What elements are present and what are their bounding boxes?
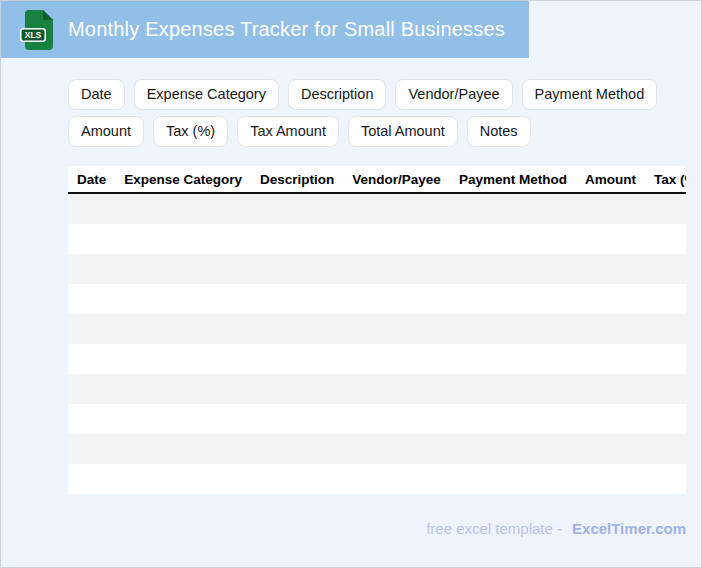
column-chip-expense-category[interactable]: Expense Category: [134, 79, 279, 110]
table-row: [68, 404, 686, 434]
column-chip-tax[interactable]: Tax (%): [153, 116, 228, 147]
table-row: [68, 434, 686, 464]
template-preview-page: XLS Monthly Expenses Tracker for Small B…: [0, 0, 702, 568]
footer-text: free excel template -: [426, 520, 562, 537]
title-banner: XLS Monthly Expenses Tracker for Small B…: [1, 1, 529, 58]
table-row: [68, 314, 686, 344]
table-header-row: DateExpense CategoryDescriptionVendor/Pa…: [68, 166, 686, 194]
footer-brand-link[interactable]: ExcelTimer.com: [572, 520, 686, 537]
table-row: [68, 344, 686, 374]
column-chip-notes[interactable]: Notes: [467, 116, 531, 147]
table-row: [68, 224, 686, 254]
table-row: [68, 254, 686, 284]
table-row: [68, 374, 686, 404]
column-chip-tax-amount[interactable]: Tax Amount: [237, 116, 339, 147]
table-row: [68, 284, 686, 314]
table-header-date: Date: [77, 172, 106, 187]
table-row: [68, 194, 686, 224]
table-row: [68, 464, 686, 494]
table-header-description: Description: [260, 172, 334, 187]
column-chip-date[interactable]: Date: [68, 79, 125, 110]
column-chip-list: DateExpense CategoryDescriptionVendor/Pa…: [68, 79, 690, 147]
content-area: DateExpense CategoryDescriptionVendor/Pa…: [68, 58, 689, 537]
column-chip-amount[interactable]: Amount: [68, 116, 144, 147]
page-title: Monthly Expenses Tracker for Small Busin…: [68, 18, 505, 41]
column-chip-total-amount[interactable]: Total Amount: [348, 116, 458, 147]
footer: free excel template -ExcelTimer.com: [68, 520, 686, 537]
table-header-amount: Amount: [585, 172, 636, 187]
table-header-expense-category: Expense Category: [124, 172, 242, 187]
table-header-payment-method: Payment Method: [459, 172, 567, 187]
xls-file-icon: XLS: [20, 9, 54, 51]
table-body: [68, 194, 686, 494]
column-chip-description[interactable]: Description: [288, 79, 387, 110]
xls-icon-label: XLS: [25, 30, 42, 40]
column-chip-vendor-payee[interactable]: Vendor/Payee: [395, 79, 512, 110]
column-chip-payment-method[interactable]: Payment Method: [522, 79, 658, 110]
expenses-table: DateExpense CategoryDescriptionVendor/Pa…: [68, 166, 686, 494]
table-header-tax: Tax (%): [654, 172, 686, 187]
table-header-vendor-payee: Vendor/Payee: [352, 172, 441, 187]
